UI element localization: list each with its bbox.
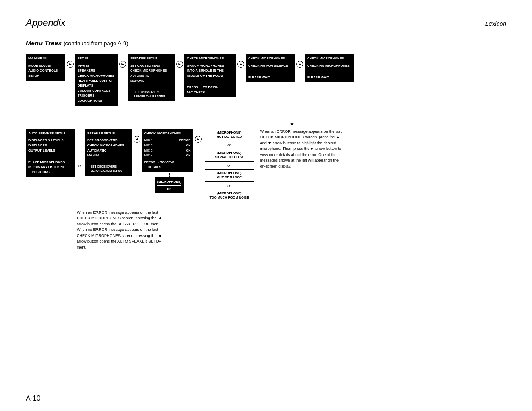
setup-header: SETUP <box>78 56 115 62</box>
arrow-circle-left-1: ◄ <box>134 136 140 143</box>
error-detail-container: (MICROPHONE)NOT DETECTED or (MICROPHONE)… <box>205 129 254 202</box>
mic-1-row: MIC 1 ERROR <box>144 138 191 143</box>
v-arrow-down: ▼ <box>289 122 295 127</box>
mic-ok-box: (MICROPHONE) OK <box>155 177 184 193</box>
arrow-2: ► <box>118 54 128 68</box>
check-mics-3-header: CHECK MICROPHONES <box>307 56 352 62</box>
mic-3-row: MIC 3 OK <box>144 148 191 153</box>
auto-speaker-box: AUTO SPEAKER SETUP DISTANCES & LEVELS DI… <box>26 129 75 177</box>
or-2: or <box>205 163 254 168</box>
mic-4-row: MIC 4 OK <box>144 153 191 158</box>
check-mics-3-box: CHECK MICROPHONES CHECKING MICROPHONES P… <box>305 54 354 82</box>
top-row: MAIN MENU MODE ADJUST AUDIO CONTROLS SET… <box>26 54 506 106</box>
main-menu-box: MAIN MENU MODE ADJUST AUDIO CONTROLS SET… <box>26 54 65 81</box>
right-note: When an ERROR message appears on the las… <box>260 129 344 170</box>
v-line <box>292 114 292 122</box>
bottom-left-note: When an ERROR message appears on the las… <box>77 210 210 251</box>
check-mics-mic-flow: CHECK MICROPHONES MIC 1 ERROR MIC 2 OK M… <box>142 129 203 194</box>
mic-ok-area: (MICROPHONE) OK <box>142 173 184 193</box>
second-row: AUTO SPEAKER SETUP DISTANCES & LEVELS DI… <box>26 129 506 202</box>
check-mics-mic-box: CHECK MICROPHONES MIC 1 ERROR MIC 2 OK M… <box>142 129 193 172</box>
arrow-5: ► <box>295 54 305 68</box>
check-mics-mic-header: CHECK MICROPHONES <box>144 131 191 137</box>
section-title: Menu Trees (continued from page A-9) <box>26 39 128 47</box>
arrow-circle-mic: ► <box>195 136 202 143</box>
dotted-v-1 <box>169 173 170 177</box>
speaker-setup-2-flow: SPEAKER SETUP SET CROSSOVERS CHECK MICRO… <box>85 129 142 176</box>
check-mics-1-header: CHECK MICROPHONES <box>187 56 233 62</box>
right-note-text: When an ERROR message appears on the las… <box>260 129 344 170</box>
main-menu-header: MAIN MENU <box>28 56 63 62</box>
auto-speaker-flow: AUTO SPEAKER SETUP DISTANCES & LEVELS DI… <box>26 129 75 177</box>
speaker-setup-2-header: SPEAKER SETUP <box>87 131 130 137</box>
error-details-area: (MICROPHONE)NOT DETECTED or (MICROPHONE)… <box>205 129 254 202</box>
check-mics-2-header: CHECK MICROPHONES <box>248 56 292 62</box>
diagram-area: MAIN MENU MODE ADJUST AUDIO CONTROLS SET… <box>26 54 506 250</box>
page-title: Appendix <box>26 17 65 28</box>
speaker-setup-2-box: SPEAKER SETUP SET CROSSOVERS CHECK MICRO… <box>85 129 132 176</box>
page-container: Appendix Lexicon Menu Trees (continued f… <box>0 0 532 268</box>
page-header: Appendix Lexicon <box>26 17 506 31</box>
mic-2-row: MIC 2 OK <box>144 143 191 148</box>
error-not-detected: (MICROPHONE)NOT DETECTED <box>205 129 254 141</box>
arrow-circle-5: ► <box>296 61 303 68</box>
arrow-circle-4: ► <box>237 61 244 68</box>
main-menu-flow: MAIN MENU MODE ADJUST AUDIO CONTROLS SET… <box>26 54 75 81</box>
or-1: or <box>205 143 254 147</box>
check-mics-1-flow: CHECK MICROPHONES GROUP MICROPHONES INTO… <box>184 54 246 97</box>
error-too-much-noise: (MICROPHONE)TOO MUCH ROOM NOISE <box>205 190 254 202</box>
bottom-left-note-text: When an ERROR message appears on the las… <box>77 210 171 251</box>
check-mics-2-box: CHECK MICROPHONES CHECKING FOR SILENCE P… <box>246 54 295 82</box>
arrow-left-1: ◄ <box>132 129 142 143</box>
speaker-setup-1-header: SPEAKER SETUP <box>130 56 172 62</box>
or-3: or <box>205 184 254 188</box>
arrow-right-mic: ► <box>193 129 203 143</box>
check-mics-mic-row: CHECK MICROPHONES MIC 1 ERROR MIC 2 OK M… <box>142 129 203 172</box>
page-brand: Lexicon <box>485 20 506 27</box>
section-header: Menu Trees (continued from page A-9) <box>26 39 506 47</box>
error-signal-too-low: (MICROPHONE)SIGNAL TOO LOW <box>205 149 254 162</box>
section-subtitle: (continued from page A-9) <box>63 40 128 47</box>
setup-flow: SETUP INPUTS SPEAKERS CHECK MICROPHONES … <box>75 54 128 106</box>
arrow-4: ► <box>236 54 246 68</box>
arrow-circle-1: ► <box>67 61 74 68</box>
speaker-setup-1-box: SPEAKER SETUP SET CROSSOVERS CHECK MICRO… <box>128 54 175 101</box>
arrow-3: ► <box>175 54 184 68</box>
check-mics-3-flow: CHECK MICROPHONES CHECKING MICROPHONES P… <box>305 54 354 82</box>
v-connector-area: ▼ <box>26 114 506 127</box>
page-footer: A-10 <box>26 392 506 402</box>
arrow-1: ► <box>65 54 75 68</box>
speaker-setup-1-flow: SPEAKER SETUP SET CROSSOVERS CHECK MICRO… <box>128 54 184 101</box>
v-connector: ▼ <box>289 114 295 127</box>
check-mics-2-flow: CHECK MICROPHONES CHECKING FOR SILENCE P… <box>246 54 305 82</box>
arrow-circle-3: ► <box>176 61 183 68</box>
auto-speaker-header: AUTO SPEAKER SETUP <box>28 131 73 137</box>
error-out-of-range: (MICROPHONE)OUT OF RANGE <box>205 169 254 182</box>
check-mics-1-box: CHECK MICROPHONES GROUP MICROPHONES INTO… <box>184 54 236 97</box>
arrow-circle-2: ► <box>119 61 126 68</box>
setup-box: SETUP INPUTS SPEAKERS CHECK MICROPHONES … <box>75 54 118 106</box>
or-label: or <box>75 163 85 168</box>
footer-text: A-10 <box>26 395 40 402</box>
